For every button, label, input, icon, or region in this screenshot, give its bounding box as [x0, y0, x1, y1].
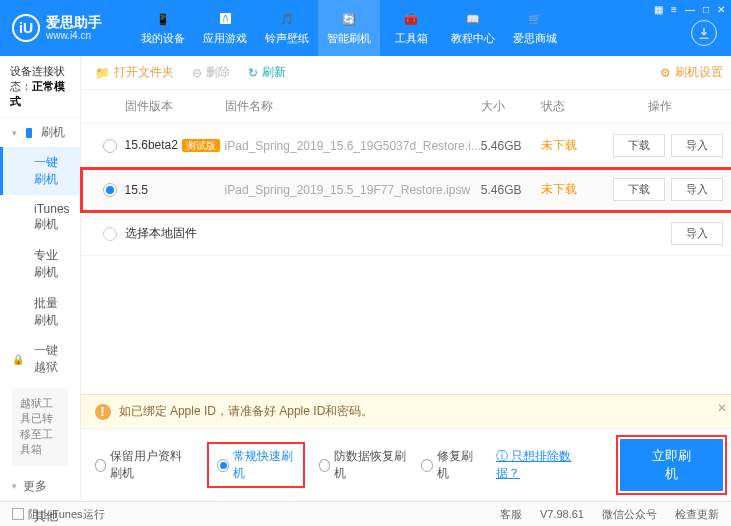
flash-modes: 保留用户资料刷机常规快速刷机防数据恢复刷机修复刷机 只想排除数据？ 立即刷机	[81, 428, 731, 501]
download-button[interactable]: 下载	[613, 134, 665, 157]
mode-option-0[interactable]: 保留用户资料刷机	[95, 448, 194, 482]
download-button[interactable]: 下载	[613, 178, 665, 201]
firmware-row: 15.6beta2测试版iPad_Spring_2019_15.6_19G503…	[81, 124, 731, 168]
menu-icon[interactable]: ▦	[654, 4, 663, 15]
table-header: 固件版本 固件名称 大小 状态 操作	[81, 90, 731, 124]
jailbreak-note: 越狱工具已转移至工具箱	[12, 388, 68, 466]
local-firmware-label: 选择本地固件	[125, 225, 597, 242]
sidebar: 设备连接状态：正常模式 刷机 一键刷机iTunes刷机专业刷机批量刷机 一键越狱…	[0, 56, 81, 501]
maximize-icon[interactable]: □	[703, 4, 709, 15]
close-icon[interactable]: ✕	[717, 4, 725, 15]
section-more[interactable]: 更多	[0, 472, 80, 501]
col-ops: 操作	[597, 98, 723, 115]
skin-icon[interactable]: ≡	[671, 4, 677, 15]
col-name: 固件名称	[225, 98, 481, 115]
nav-icon: 📱	[154, 10, 172, 28]
nav-icon: 🎵	[278, 10, 296, 28]
col-size: 大小	[481, 98, 541, 115]
firmware-radio[interactable]	[95, 183, 125, 197]
warning-icon: !	[95, 404, 111, 420]
nav-5[interactable]: 📖教程中心	[442, 0, 504, 56]
app-name: 爱思助手	[46, 15, 102, 30]
nav-6[interactable]: 🛒爱思商城	[504, 0, 566, 56]
open-folder-button[interactable]: 📁 打开文件夹	[95, 64, 174, 81]
svg-rect-0	[26, 128, 32, 138]
toolbar: 📁 打开文件夹 ⊖ 删除 ↻ 刷新 ⚙ 刷机设置	[81, 56, 731, 90]
nav-4[interactable]: 🧰工具箱	[380, 0, 442, 56]
section-jailbreak[interactable]: 一键越狱	[0, 336, 80, 382]
sidebar-item-1[interactable]: iTunes刷机	[0, 195, 80, 240]
section-flash[interactable]: 刷机	[0, 118, 80, 147]
sidebar-item-0[interactable]: 一键刷机	[0, 147, 80, 195]
window-controls: ▦ ≡ — □ ✕	[654, 4, 725, 15]
mode-option-3[interactable]: 修复刷机	[421, 448, 478, 482]
firmware-version: 15.6beta2测试版	[125, 138, 225, 153]
nav-icon: 🛒	[526, 10, 544, 28]
firmware-status: 未下载	[541, 181, 597, 198]
nav-icon: 🔄	[340, 10, 358, 28]
firmware-filename: iPad_Spring_2019_15.5_19F77_Restore.ipsw	[225, 183, 481, 197]
mode-option-2[interactable]: 防数据恢复刷机	[319, 448, 407, 482]
content: 📁 打开文件夹 ⊖ 删除 ↻ 刷新 ⚙ 刷机设置 固件版本 固件名称 大小 状态…	[81, 56, 731, 501]
sidebar-item-3[interactable]: 批量刷机	[0, 288, 80, 336]
nav-icon: 🅰	[216, 10, 234, 28]
download-circle-icon[interactable]	[691, 20, 717, 46]
firmware-version: 15.5	[125, 183, 225, 197]
version-label: V7.98.61	[540, 508, 584, 520]
minimize-icon[interactable]: —	[685, 4, 695, 15]
sidebar-item-2[interactable]: 专业刷机	[0, 240, 80, 288]
nav-icon: 📖	[464, 10, 482, 28]
nav-0[interactable]: 📱我的设备	[132, 0, 194, 56]
firmware-filename: iPad_Spring_2019_15.6_19G5037d_Restore.i…	[225, 139, 481, 153]
nav-1[interactable]: 🅰应用游戏	[194, 0, 256, 56]
import-button[interactable]: 导入	[671, 178, 723, 201]
erase-data-link[interactable]: 只想排除数据？	[496, 448, 585, 482]
delete-button[interactable]: ⊖ 删除	[192, 64, 230, 81]
firmware-size: 5.46GB	[481, 139, 541, 153]
top-nav: 📱我的设备🅰应用游戏🎵铃声壁纸🔄智能刷机🧰工具箱📖教程中心🛒爱思商城	[132, 0, 566, 56]
firmware-row: 15.5iPad_Spring_2019_15.5_19F77_Restore.…	[81, 168, 731, 212]
appleid-notice: ! 如已绑定 Apple ID，请准备好 Apple ID和密码。 ✕	[81, 394, 731, 428]
app-url: www.i4.cn	[46, 30, 102, 41]
local-firmware-radio[interactable]	[95, 227, 125, 241]
refresh-button[interactable]: ↻ 刷新	[248, 64, 286, 81]
col-status: 状态	[541, 98, 597, 115]
nav-icon: 🧰	[402, 10, 420, 28]
firmware-radio[interactable]	[95, 139, 125, 153]
nav-3[interactable]: 🔄智能刷机	[318, 0, 380, 56]
flash-settings-button[interactable]: ⚙ 刷机设置	[660, 64, 723, 81]
col-version: 固件版本	[125, 98, 225, 115]
local-firmware-row: 选择本地固件 导入	[81, 212, 731, 256]
notice-close-icon[interactable]: ✕	[717, 401, 727, 415]
block-itunes-checkbox[interactable]: 阻止iTunes运行	[12, 507, 105, 522]
titlebar: iU 爱思助手 www.i4.cn 📱我的设备🅰应用游戏🎵铃声壁纸🔄智能刷机🧰工…	[0, 0, 731, 56]
check-update-link[interactable]: 检查更新	[675, 507, 719, 522]
statusbar: 阻止iTunes运行 客服 V7.98.61 微信公众号 检查更新	[0, 501, 731, 526]
customer-service-link[interactable]: 客服	[500, 507, 522, 522]
logo-icon: iU	[12, 14, 40, 42]
flash-now-button[interactable]: 立即刷机	[620, 439, 722, 491]
import-local-button[interactable]: 导入	[671, 222, 723, 245]
nav-2[interactable]: 🎵铃声壁纸	[256, 0, 318, 56]
firmware-status: 未下载	[541, 137, 597, 154]
firmware-size: 5.46GB	[481, 183, 541, 197]
import-button[interactable]: 导入	[671, 134, 723, 157]
app-logo: iU 爱思助手 www.i4.cn	[12, 14, 102, 42]
device-status: 设备连接状态：正常模式	[0, 56, 80, 118]
mode-option-1[interactable]: 常规快速刷机	[207, 442, 305, 488]
wechat-link[interactable]: 微信公众号	[602, 507, 657, 522]
